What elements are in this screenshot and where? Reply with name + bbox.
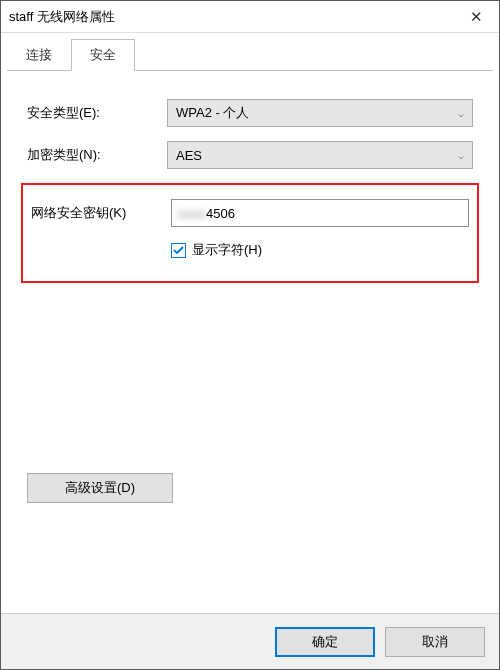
close-button[interactable]: ✕	[453, 1, 499, 33]
encryption-type-value: AES	[176, 148, 202, 163]
advanced-row: 高级设置(D)	[27, 473, 173, 503]
network-key-label: 网络安全密钥(K)	[31, 204, 171, 222]
ok-button[interactable]: 确定	[275, 627, 375, 657]
network-key-input[interactable]: xxxx4506	[171, 199, 469, 227]
chevron-down-icon: ⌵	[458, 150, 464, 161]
security-type-label: 安全类型(E):	[27, 104, 167, 122]
cancel-button[interactable]: 取消	[385, 627, 485, 657]
security-type-dropdown[interactable]: WPA2 - 个人 ⌵	[167, 99, 473, 127]
show-chars-checkbox[interactable]	[171, 243, 186, 258]
encryption-type-row: 加密类型(N): AES ⌵	[27, 141, 473, 169]
dialog-footer: 确定 取消	[1, 613, 499, 669]
highlight-box: 网络安全密钥(K) xxxx4506 显示字符(H)	[21, 183, 479, 283]
chevron-down-icon: ⌵	[458, 108, 464, 119]
tab-security[interactable]: 安全	[71, 39, 135, 71]
show-chars-label: 显示字符(H)	[192, 241, 262, 259]
wifi-properties-dialog: staff 无线网络属性 ✕ 连接 安全 安全类型(E): WPA2 - 个人 …	[0, 0, 500, 670]
tab-connect[interactable]: 连接	[7, 39, 71, 71]
security-type-value: WPA2 - 个人	[176, 104, 249, 122]
checkmark-icon	[173, 245, 184, 256]
window-title: staff 无线网络属性	[9, 8, 453, 26]
network-key-row: 网络安全密钥(K) xxxx4506	[31, 199, 469, 227]
network-key-masked: xxxx	[178, 206, 206, 221]
advanced-settings-button[interactable]: 高级设置(D)	[27, 473, 173, 503]
security-type-row: 安全类型(E): WPA2 - 个人 ⌵	[27, 99, 473, 127]
content-area: 安全类型(E): WPA2 - 个人 ⌵ 加密类型(N): AES ⌵ 网络安全…	[1, 71, 499, 613]
titlebar: staff 无线网络属性 ✕	[1, 1, 499, 33]
encryption-type-dropdown[interactable]: AES ⌵	[167, 141, 473, 169]
tab-strip: 连接 安全	[1, 33, 499, 71]
encryption-type-label: 加密类型(N):	[27, 146, 167, 164]
show-chars-row: 显示字符(H)	[31, 241, 469, 259]
network-key-visible: 4506	[206, 206, 235, 221]
